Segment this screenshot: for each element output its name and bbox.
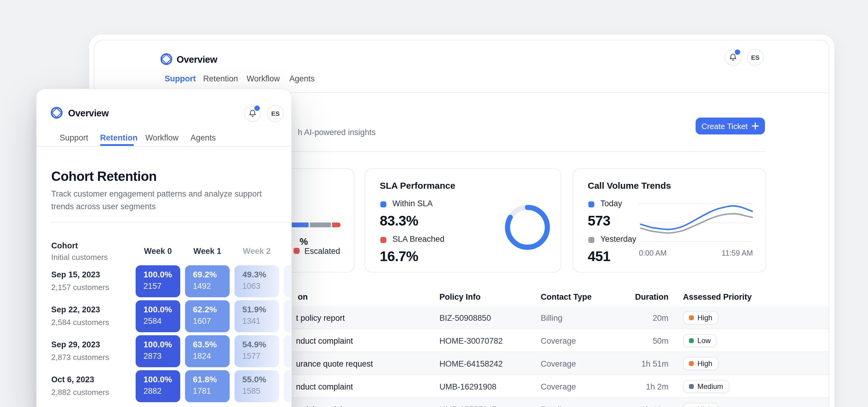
cohort-cell-clipped (284, 265, 292, 297)
priority-badge: Medium (683, 380, 729, 393)
week-2-header: Week 2 (235, 247, 279, 256)
tab-workflow[interactable]: Workflow (247, 74, 280, 83)
cohort-cell: 100.0%2157 (135, 265, 180, 297)
within-sla-value: 83.3% (380, 213, 418, 229)
today-value: 573 (588, 213, 610, 229)
avatar[interactable]: ES (747, 49, 764, 66)
yesterday-label: Yesterday (600, 234, 636, 244)
cohort-row-customers: 2,584 customers (51, 318, 109, 327)
x-axis-start-label: 0:00 AM (639, 249, 667, 257)
app-logo-icon (160, 53, 173, 66)
avatar[interactable]: ES (267, 105, 284, 122)
priority-dot (689, 315, 694, 320)
cohort-cell: 61.8%1781 (185, 370, 230, 402)
cohort-cell: 100.0%2882 (135, 370, 180, 402)
notification-dot (735, 50, 740, 55)
create-ticket-button[interactable]: Create Ticket (695, 118, 765, 134)
cohort-cell: 51.9%1341 (235, 300, 279, 332)
volume-line-chart (638, 198, 753, 246)
cohort-cell: 49.3%1063 (235, 265, 279, 297)
cohort-col-subtitle: Initial customers (51, 253, 108, 262)
tab-support[interactable]: Support (60, 133, 88, 142)
section-divider (51, 222, 291, 222)
main-app-title: Overview (177, 54, 217, 65)
notification-button[interactable] (244, 105, 261, 122)
tab-workflow[interactable]: Workflow (145, 133, 179, 142)
tab-support[interactable]: Support (164, 74, 196, 83)
escalated-label: Escalated (304, 247, 340, 256)
tab-retention[interactable]: Retention (203, 74, 238, 83)
sla-breached-label: SLA Breached (393, 234, 444, 244)
cohort-row-customers: 2,157 customers (51, 283, 109, 292)
yesterday-value: 451 (588, 248, 610, 265)
priority-badge: High (683, 357, 718, 370)
cohort-cell: 63.5%1824 (185, 335, 230, 367)
week-1-header: Week 1 (185, 247, 230, 256)
today-label: Today (600, 199, 622, 208)
x-axis-end-label: 11:59 AM (698, 249, 753, 257)
tab-agents[interactable]: Agents (190, 133, 216, 142)
cohort-cell: 100.0%2873 (135, 335, 180, 367)
app-logo-icon (50, 106, 63, 119)
cohort-row-customers: 2,873 customers (51, 353, 109, 362)
cohort-row-date: Oct 6, 2023 (51, 375, 94, 384)
volume-card-title: Call Volume Trends (588, 180, 671, 191)
escalated-swatch (293, 248, 300, 254)
col-header-priority: Assessed Priority (683, 292, 752, 302)
cohort-cell: 55.0%1585 (235, 370, 279, 402)
call-volume-card: Call Volume Trends Today 573 Yesterday 4… (572, 168, 766, 273)
cohort-row-date: Sep 15, 2023 (51, 270, 100, 279)
plus-icon (752, 122, 759, 130)
status-percent-fragment: % (300, 237, 308, 247)
yesterday-swatch (588, 237, 594, 243)
notification-dot (254, 105, 260, 111)
status-bar-segment-red (332, 222, 341, 227)
today-swatch (588, 201, 594, 208)
sla-donut-chart (501, 201, 553, 253)
page-description: Track customer engagement patterns and a… (51, 188, 286, 213)
cohort-row-date: Sep 29, 2023 (51, 340, 100, 349)
tabs-divider (37, 146, 291, 147)
priority-dot (689, 384, 694, 389)
page-canvas: Overview ES Support Retention Workflow A… (0, 0, 868, 407)
sla-card-title: SLA Performance (380, 180, 456, 191)
col-header-duration: Duration (625, 292, 669, 302)
cohort-cell: 69.2%1492 (185, 265, 230, 297)
tab-agents[interactable]: Agents (289, 74, 315, 83)
priority-badge: High (683, 311, 718, 324)
status-bar-segment-gray (310, 222, 331, 227)
within-sla-swatch (380, 201, 386, 208)
cohort-cell: 100.0%2584 (135, 300, 180, 332)
priority-dot (689, 361, 694, 366)
week-0-header: Week 0 (135, 247, 180, 256)
col-header-policy: Policy Info (439, 292, 481, 302)
page-title: Cohort Retention (51, 169, 157, 185)
notification-button[interactable] (724, 49, 741, 66)
col-header-contact: Contact Type (541, 292, 592, 302)
overlay-app-title: Overview (68, 108, 109, 119)
priority-badge: Low (683, 334, 717, 347)
sla-breached-swatch (380, 237, 386, 243)
sla-card: SLA Performance Within SLA 83.3% SLA Bre… (365, 168, 561, 273)
within-sla-label: Within SLA (393, 199, 433, 208)
priority-badge: High (683, 403, 718, 407)
cohort-cell: 54.9%1577 (235, 335, 279, 367)
cohort-cell-clipped (284, 300, 292, 332)
cohort-cell-clipped (284, 335, 292, 367)
sla-breached-value: 16.7% (380, 248, 418, 265)
col-header-description: on (298, 292, 308, 302)
cohort-col-title: Cohort (51, 241, 78, 250)
cohort-row-date: Sep 22, 2023 (51, 305, 100, 314)
priority-dot (689, 338, 694, 343)
cohort-cell-clipped (284, 370, 292, 402)
cohort-row-customers: 2,882 customers (51, 388, 109, 397)
page-subtitle-fragment: h AI-powered insights (298, 128, 375, 137)
cohort-cell: 62.2%1607 (185, 300, 230, 332)
tab-retention[interactable]: Retention (100, 133, 138, 142)
overlay-window: Overview ES Support Retention Workflow A… (36, 89, 292, 407)
